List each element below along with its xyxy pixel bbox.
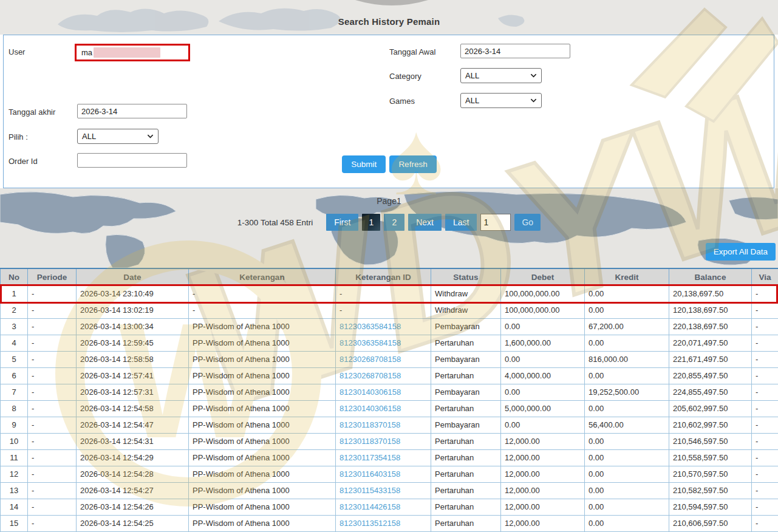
- keterangan-id-link[interactable]: 81230117354158: [340, 453, 400, 462]
- go-button[interactable]: Go: [514, 214, 541, 231]
- cell-via: -: [752, 302, 778, 318]
- cell-via: -: [752, 367, 778, 384]
- keterangan-id-link[interactable]: 81230140306158: [340, 404, 401, 413]
- keterangan-id-link[interactable]: 81230114426158: [340, 502, 400, 511]
- cell-status: Pertaruhan: [431, 367, 501, 384]
- cell-keterangan-id: 81230268708158: [336, 351, 431, 367]
- table-row: 12-2026-03-14 12:54:28PP-Wisdom of Athen…: [1, 466, 778, 482]
- pagination-page-2-button[interactable]: 2: [384, 214, 404, 231]
- tanggal-akhir-label: Tanggal akhir: [9, 107, 55, 117]
- form-buttons: Submit Refresh: [4, 155, 775, 173]
- keterangan-id-link[interactable]: 81230115433158: [340, 486, 400, 495]
- keterangan-id-link[interactable]: 81230268708158: [340, 355, 401, 364]
- cell-keterangan-id: 81230118370158: [336, 417, 431, 433]
- cell-keterangan-id: 81230140306158: [336, 400, 431, 417]
- keterangan-id-link[interactable]: 81230363584158: [340, 338, 401, 347]
- pagination-next-button[interactable]: Next: [408, 214, 442, 231]
- cell-kredit: 0.00: [585, 466, 669, 482]
- cell-keterangan: PP-Wisdom of Athena 1000: [189, 449, 336, 466]
- games-select-value: ALL: [465, 96, 479, 105]
- history-table-body: 1-2026-03-14 23:10:49--Withdraw100,000,0…: [1, 285, 778, 531]
- cell-debet: 12,000.00: [501, 515, 585, 531]
- cell-kredit: 0.00: [585, 285, 669, 302]
- games-select[interactable]: ALL: [460, 93, 542, 108]
- goto-page-input[interactable]: [480, 214, 511, 231]
- cell-no: 7: [1, 384, 28, 400]
- cell-status: Pembayaran: [431, 318, 501, 335]
- cell-keterangan-id: 81230268708158: [336, 367, 431, 384]
- cell-periode: -: [28, 515, 77, 531]
- cell-balance: 224,855,497.50: [669, 384, 752, 400]
- refresh-button[interactable]: Refresh: [389, 155, 436, 173]
- cell-periode: -: [28, 449, 77, 466]
- cell-kredit: 67,200.00: [585, 318, 669, 335]
- cell-balance: 220,138,697.50: [669, 318, 752, 335]
- keterangan-id-link[interactable]: 81230140306158: [340, 387, 401, 397]
- cell-debet: 12,000.00: [501, 482, 585, 499]
- tanggal-akhir-input[interactable]: [77, 104, 187, 118]
- cell-kredit: 0.00: [585, 400, 669, 417]
- keterangan-id-link[interactable]: 81230118370158: [340, 437, 400, 446]
- cell-debet: 0.00: [501, 351, 585, 367]
- cell-status: Pertaruhan: [431, 482, 501, 499]
- cell-keterangan: PP-Wisdom of Athena 1000: [189, 515, 336, 531]
- pilih-select[interactable]: ALL: [77, 129, 159, 144]
- cell-status: Pembayaran: [431, 351, 501, 367]
- cell-debet: 0.00: [501, 384, 585, 400]
- cell-periode: -: [28, 367, 77, 384]
- keterangan-id-link[interactable]: 81230116403158: [340, 469, 400, 479]
- cell-balance: 210,558,597.50: [669, 449, 752, 466]
- cell-balance: 210,582,597.50: [669, 482, 752, 499]
- table-row: 4-2026-03-14 12:59:45PP-Wisdom of Athena…: [1, 335, 778, 351]
- pagination-first-button[interactable]: First: [326, 214, 358, 231]
- cell-keterangan-id: 81230116403158: [336, 466, 431, 482]
- cell-date: 2026-03-14 12:59:45: [77, 335, 189, 351]
- cell-via: -: [752, 400, 778, 417]
- table-row: 3-2026-03-14 13:00:34PP-Wisdom of Athena…: [1, 318, 778, 335]
- cell-via: -: [752, 351, 778, 367]
- cell-no: 13: [1, 482, 28, 499]
- export-all-data-button[interactable]: Export All Data: [706, 243, 776, 261]
- table-row: 10-2026-03-14 12:54:31PP-Wisdom of Athen…: [1, 433, 778, 449]
- cell-status: Pertaruhan: [431, 466, 501, 482]
- cell-status: Pertaruhan: [431, 499, 501, 515]
- cell-balance: 210,606,597.50: [669, 515, 752, 531]
- cell-kredit: 0.00: [585, 449, 669, 466]
- cell-date: 2026-03-14 12:54:29: [77, 449, 189, 466]
- cell-debet: 1,600,000.00: [501, 335, 585, 351]
- cell-balance: 205,602,997.50: [669, 400, 752, 417]
- submit-button[interactable]: Submit: [342, 155, 386, 173]
- cell-no: 3: [1, 318, 28, 335]
- column-header: Status: [431, 268, 501, 285]
- cell-no: 1: [1, 285, 28, 302]
- cell-status: Pertaruhan: [431, 449, 501, 466]
- cell-date: 2026-03-14 12:54:31: [77, 433, 189, 449]
- cell-kredit: 56,400.00: [585, 417, 669, 433]
- user-input[interactable]: [77, 46, 188, 60]
- pagination-last-button[interactable]: Last: [445, 214, 477, 231]
- keterangan-id-link[interactable]: 81230268708158: [340, 371, 401, 380]
- cell-via: -: [752, 466, 778, 482]
- table-row: 1-2026-03-14 23:10:49--Withdraw100,000,0…: [1, 285, 778, 302]
- pagination-page-1-button[interactable]: 1: [362, 214, 380, 231]
- keterangan-id-link[interactable]: 81230113512158: [340, 519, 400, 528]
- column-header: Balance: [669, 268, 752, 285]
- page-title: Search History Pemain: [0, 16, 778, 27]
- cell-status: Withdraw: [431, 285, 501, 302]
- keterangan-id-link[interactable]: 81230363584158: [340, 322, 401, 331]
- column-header: Keterangan ID: [336, 268, 431, 285]
- cell-no: 10: [1, 433, 28, 449]
- cell-balance: 210,546,597.50: [669, 433, 752, 449]
- category-select[interactable]: ALL: [460, 68, 542, 83]
- cell-keterangan: PP-Wisdom of Athena 1000: [189, 384, 336, 400]
- table-row: 15-2026-03-14 12:54:25PP-Wisdom of Athen…: [1, 515, 778, 531]
- cell-keterangan: PP-Wisdom of Athena 1000: [189, 351, 336, 367]
- cell-date: 2026-03-14 13:00:34: [77, 318, 189, 335]
- cell-kredit: 0.00: [585, 433, 669, 449]
- keterangan-id-link[interactable]: 81230118370158: [340, 420, 400, 429]
- cell-keterangan: PP-Wisdom of Athena 1000: [189, 318, 336, 335]
- category-select-value: ALL: [465, 71, 479, 80]
- cell-periode: -: [28, 285, 77, 302]
- tanggal-awal-input[interactable]: [460, 44, 570, 58]
- cell-keterangan: PP-Wisdom of Athena 1000: [189, 417, 336, 433]
